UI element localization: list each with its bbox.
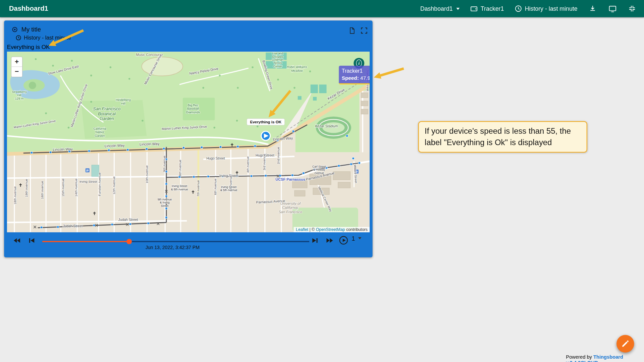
svg-text:University ofCalifornia,San Fr: University ofCalifornia,San Francisco (279, 201, 302, 214)
skip-next-button[interactable] (311, 236, 320, 245)
svg-text:10th Avenue: 10th Avenue (145, 165, 149, 183)
timeline-timestamp: Jun 13, 2022, 3:42:37 PM (121, 245, 224, 250)
play-button[interactable] (338, 236, 348, 245)
svg-text:7th Avenue: 7th Avenue (196, 180, 200, 197)
zoom-in-button[interactable]: + (11, 57, 22, 67)
widget-timewindow-label[interactable]: History - last minute (24, 35, 71, 41)
svg-text:2nd Avenue: 2nd Avenue (276, 147, 280, 164)
widget-status-label: Everything is OK (7, 44, 50, 50)
map-widget: My title History - last minute Everythin… (4, 20, 372, 257)
svg-text:8th Avenue: 8th Avenue (178, 160, 182, 176)
gps-target-icon (11, 26, 18, 33)
svg-text:18th Avenue: 18th Avenue (13, 186, 17, 204)
svg-text:6th Avenue: 6th Avenue (213, 179, 217, 195)
svg-text:12th Avenue: 12th Avenue (112, 176, 116, 194)
powered-by-footer: Powered by Thingsboard v.3.4.0CLOUD (566, 354, 644, 362)
svg-text:Lincoln Way: Lincoln Way (140, 141, 160, 146)
fast-forward-button[interactable] (325, 236, 334, 245)
map-image: PP Stow Lake Drive EastMusic ConcourseMu… (7, 52, 370, 232)
fast-rewind-button[interactable] (12, 236, 21, 245)
slider-active-track (42, 241, 129, 242)
widget-fullscreen-button[interactable] (360, 27, 368, 35)
fast-forward-icon (326, 236, 334, 244)
fast-rewind-icon (13, 236, 21, 244)
dashboard-title: Dashboard1 (9, 4, 48, 12)
chevron-down-icon (457, 8, 460, 10)
annotation-arrow-tooltip (376, 68, 404, 76)
exit-fullscreen-button[interactable] (628, 4, 637, 13)
zoom-out-button[interactable]: − (11, 67, 22, 77)
svg-text:Lincoln Way: Lincoln Way (53, 147, 73, 152)
svg-text:UCSF Parnassus: UCSF Parnassus (275, 177, 305, 181)
marker-tooltip: Tracker1 Speed: 47.9 (339, 66, 370, 84)
fullscreen-icon (360, 27, 367, 34)
clock-icon (515, 5, 522, 12)
svg-text:Funston Avenue: Funston Avenue (98, 173, 101, 196)
timewindow-label: History - last minute (525, 5, 578, 12)
fullscreen-exit-icon (628, 5, 636, 12)
svg-text:Irving Street: Irving Street (79, 180, 97, 183)
svg-text:19th Avenue: 19th Avenue (24, 179, 28, 197)
dashboard-state-label: Dashboard1 (420, 5, 453, 12)
timewindow-button[interactable]: History - last minute (515, 5, 578, 12)
powered-by-label: Powered by (566, 354, 592, 360)
osm-link[interactable]: OpenStreetMap (316, 227, 345, 232)
dashboard-state-select[interactable]: Dashboard1 (420, 5, 460, 12)
leaflet-link[interactable]: Leaflet (296, 227, 308, 232)
pencil-icon (622, 340, 629, 348)
page: Dashboard1 Dashboard1 Tracker1 History -… (0, 0, 644, 362)
play-circle-icon (339, 236, 348, 245)
speed-value: 1 (352, 235, 355, 242)
svg-text:Irving Street& 5th Avenue: Irving Street& 5th Avenue (220, 185, 237, 192)
speed-select[interactable]: 1 (352, 235, 362, 242)
export-widget-button[interactable] (348, 27, 356, 35)
time-slider[interactable] (42, 240, 309, 243)
screen-icon (608, 5, 616, 12)
entity-alias-button[interactable]: Tracker1 (470, 5, 504, 12)
svg-text:Big RecBaseballDiamonds: Big RecBaseballDiamonds (186, 104, 200, 114)
svg-text:P: P (87, 169, 89, 172)
skip-previous-button[interactable] (27, 236, 36, 245)
svg-text:Judah Street: Judah Street (63, 224, 83, 228)
entity-label: Tracker1 (481, 5, 504, 12)
annotation-callout: If your device's speed is less than 55, … (418, 121, 587, 153)
tooltip-entity-name: Tracker1 (342, 68, 370, 74)
svg-text:Lincoln Way: Lincoln Way (105, 143, 125, 148)
zoom-control: + − (11, 57, 22, 77)
svg-text:Hugo Street: Hugo Street (206, 157, 225, 160)
top-toolbar: Dashboard1 Dashboard1 Tracker1 History -… (0, 0, 644, 17)
svg-text:Kezar Stadium: Kezar Stadium (315, 124, 338, 128)
download-icon (589, 5, 596, 12)
skip-next-icon (311, 236, 319, 244)
skip-previous-icon (28, 236, 36, 244)
edit-dashboard-fab[interactable] (616, 335, 634, 353)
time-slider-knob[interactable] (126, 239, 132, 244)
timeline-bar: Jun 13, 2022, 3:42:37 PM 1 (4, 232, 372, 257)
map-attribution: Leaflet| ©OpenStreetMapcontributors (294, 227, 370, 232)
export-dashboard-button[interactable] (588, 4, 597, 13)
device-icon (470, 5, 478, 12)
svg-text:Judah Street: Judah Street (118, 218, 138, 222)
svg-text:9th Avenue: 9th Avenue (162, 156, 166, 172)
svg-text:Irving Street& 8th Avenue: Irving Street& 8th Avenue (171, 184, 188, 191)
marker-status-label: Everything is OK (250, 120, 281, 124)
svg-text:3rd Avenue: 3rd Avenue (262, 154, 266, 170)
chevron-down-icon (358, 237, 362, 239)
tooltip-speed-label: Speed: (342, 75, 359, 81)
svg-text:14th Avenue: 14th Avenue (74, 178, 78, 196)
clock-icon (16, 35, 21, 40)
svg-text:16th Avenue: 16th Avenue (40, 181, 44, 199)
svg-text:15th Avenue: 15th Avenue (61, 178, 65, 196)
svg-text:Lisa andDouglasGoldmanTennisCe: Lisa andDouglasGoldmanTennisCenter (272, 52, 284, 68)
widget-title: My title (21, 26, 41, 33)
map-canvas[interactable]: PP Stow Lake Drive EastMusic ConcourseMu… (7, 52, 370, 232)
file-export-icon (348, 27, 356, 34)
svg-text:4th Avenue: 4th Avenue (246, 157, 250, 173)
tooltip-speed-value: 47.9 (360, 75, 370, 81)
display-mode-button[interactable] (608, 4, 617, 13)
